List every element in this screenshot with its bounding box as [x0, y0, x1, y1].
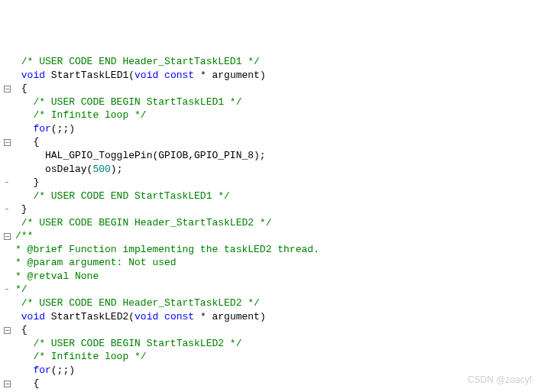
code-token [15, 70, 21, 81]
code-line[interactable]: -*/ [0, 283, 541, 296]
code-line[interactable]: { [0, 135, 541, 149]
code-editor[interactable]: /* USER CODE END Header_StartTaskLED1 */… [0, 55, 541, 392]
code-token: for [33, 123, 50, 134]
code-content[interactable]: /* USER CODE END Header_StartTaskLED2 */ [14, 296, 541, 310]
code-line[interactable]: /* USER CODE END Header_StartTaskLED2 */ [0, 296, 541, 310]
code-token: { [15, 377, 39, 389]
watermark: CSDN @zoacyf [468, 374, 532, 386]
code-content[interactable]: /* Infinite loop */ [14, 350, 541, 364]
code-content[interactable]: /* USER CODE END StartTaskLED1 */ [14, 190, 541, 203]
code-content[interactable]: * @param argument: Not used [14, 256, 541, 270]
fold-gutter[interactable] [0, 229, 14, 243]
code-line[interactable]: * @brief Function implementing the taskL… [0, 243, 541, 257]
code-token: const [164, 70, 194, 81]
fold-gutter[interactable] [0, 377, 14, 390]
code-content[interactable]: { [14, 135, 541, 149]
code-token [15, 123, 33, 134]
code-token: { [15, 136, 39, 147]
code-token: * @brief Function implementing the taskL… [15, 244, 319, 255]
code-line[interactable]: { [0, 323, 541, 337]
code-token: */ [15, 283, 28, 295]
code-content[interactable]: */ [14, 283, 541, 296]
code-token: } [15, 203, 28, 215]
fold-minus-icon[interactable] [4, 381, 11, 387]
code-line[interactable]: for(;;) [0, 122, 541, 136]
code-token: * @param argument: Not used [15, 257, 177, 268]
code-token: /* Infinite loop */ [15, 109, 147, 121]
code-content[interactable]: for(;;) [14, 364, 541, 377]
code-token: /* USER CODE END Header_StartTaskLED1 */ [15, 56, 260, 67]
code-line[interactable]: * @param argument: Not used [0, 256, 541, 270]
code-content[interactable]: osDelay(500); [14, 163, 541, 177]
code-line[interactable]: osDelay(500); [0, 163, 541, 177]
code-content[interactable]: /* USER CODE BEGIN StartTaskLED1 */ [14, 96, 541, 109]
fold-gutter[interactable] [0, 323, 14, 337]
code-content[interactable]: { [14, 82, 541, 96]
code-line[interactable]: /* USER CODE BEGIN StartTaskLED1 */ [0, 96, 541, 109]
code-line[interactable]: - } [0, 176, 541, 190]
code-content[interactable]: * @retval None [14, 270, 541, 283]
code-token: for [33, 364, 50, 376]
code-line[interactable]: for(;;) [0, 364, 541, 377]
code-token: osDelay( [15, 164, 92, 175]
code-token: (;;) [51, 123, 75, 134]
code-token: const [164, 311, 194, 322]
code-content[interactable]: { [14, 377, 541, 390]
code-content[interactable]: /* Infinite loop */ [14, 109, 541, 122]
code-content[interactable]: * @brief Function implementing the taskL… [14, 243, 541, 257]
code-content[interactable]: HAL_GPIO_TogglePin(GPIOB,GPIO_PIN_8); [14, 149, 541, 163]
code-token: /* USER CODE BEGIN StartTaskLED2 */ [15, 338, 241, 349]
code-line[interactable]: /* USER CODE END Header_StartTaskLED1 */ [0, 55, 541, 69]
code-token: 500 [92, 164, 110, 175]
code-line[interactable]: /* USER CODE BEGIN StartTaskLED2 */ [0, 337, 541, 351]
code-line[interactable]: /* USER CODE BEGIN Header_StartTaskLED2 … [0, 216, 541, 230]
code-token: StartTaskLED2( [45, 311, 134, 322]
code-line[interactable]: void StartTaskLED1(void const * argument… [0, 69, 541, 83]
code-token: void [21, 70, 45, 81]
code-token: { [15, 324, 28, 335]
fold-gutter[interactable] [0, 135, 14, 149]
code-token: { [15, 83, 28, 94]
code-line[interactable]: { [0, 377, 541, 390]
code-line[interactable]: /* Infinite loop */ [0, 350, 541, 364]
code-line[interactable]: { [0, 82, 541, 96]
code-content[interactable]: void StartTaskLED2(void const * argument… [14, 310, 541, 324]
code-line[interactable]: /* USER CODE END StartTaskLED1 */ [0, 190, 541, 203]
code-token: void [134, 70, 158, 81]
code-token: /** [15, 230, 33, 241]
code-token: * argument) [194, 70, 266, 81]
fold-gutter[interactable]: - [0, 283, 14, 296]
fold-gutter[interactable] [0, 82, 14, 96]
code-line[interactable]: * @retval None [0, 270, 541, 283]
code-token: /* USER CODE BEGIN StartTaskLED1 */ [15, 96, 241, 108]
code-content[interactable]: } [14, 202, 541, 216]
code-line[interactable]: /* Infinite loop */ [0, 109, 541, 122]
code-content[interactable]: /* USER CODE END Header_StartTaskLED1 */ [14, 55, 541, 69]
code-content[interactable]: void StartTaskLED1(void const * argument… [14, 69, 541, 83]
code-line[interactable]: - } [0, 202, 541, 216]
code-token: * @retval None [15, 271, 99, 282]
code-content[interactable]: /* USER CODE BEGIN Header_StartTaskLED2 … [14, 216, 541, 230]
fold-minus-icon[interactable] [4, 139, 11, 146]
fold-minus-icon[interactable] [4, 233, 11, 240]
code-line[interactable]: HAL_GPIO_TogglePin(GPIOB,GPIO_PIN_8); [0, 149, 541, 163]
code-line[interactable]: void StartTaskLED2(void const * argument… [0, 310, 541, 324]
code-content[interactable]: } [14, 176, 541, 190]
code-token: /* USER CODE BEGIN Header_StartTaskLED2 … [15, 217, 271, 228]
code-token [15, 364, 33, 376]
code-line[interactable]: /** [0, 229, 541, 243]
code-content[interactable]: /* USER CODE BEGIN StartTaskLED2 */ [14, 337, 541, 351]
code-content[interactable]: /** [14, 229, 541, 243]
code-token [15, 311, 21, 322]
code-content[interactable]: { [14, 323, 541, 337]
fold-gutter[interactable]: - [0, 176, 14, 190]
code-token: } [15, 177, 39, 188]
code-token: void [134, 311, 158, 322]
code-token: void [21, 311, 45, 322]
code-token: /* Infinite loop */ [15, 351, 147, 362]
code-content[interactable]: for(;;) [14, 122, 541, 136]
code-token: StartTaskLED1( [45, 70, 134, 81]
fold-minus-icon[interactable] [4, 327, 11, 334]
fold-gutter[interactable]: - [0, 202, 14, 216]
fold-minus-icon[interactable] [4, 86, 11, 92]
